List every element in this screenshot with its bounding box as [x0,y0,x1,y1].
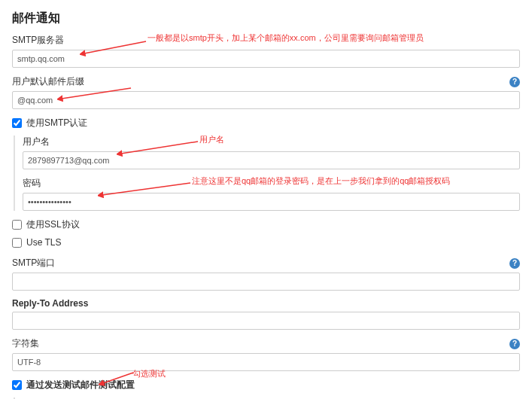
help-icon[interactable]: ? [509,339,520,349]
smtp-server-label: SMTP服务器 [12,34,64,47]
smtp-port-input[interactable] [12,273,520,291]
username-input[interactable] [23,151,520,169]
smtp-port-label: SMTP端口 [12,257,55,270]
test-config-checkbox[interactable] [12,380,22,390]
page-title: 邮件通知 [12,11,520,26]
default-suffix-label: 用户默认邮件后缀 [12,75,84,88]
help-icon[interactable]: ? [509,77,520,87]
username-label: 用户名 [23,136,50,148]
ssl-checkbox[interactable] [12,220,22,230]
charset-input[interactable] [12,353,520,371]
tls-checkbox[interactable] [12,238,22,248]
test-config-label: 通过发送测试邮件测试配置 [26,379,135,391]
smtp-auth-checkbox[interactable] [12,118,22,128]
charset-label: 字符集 [12,337,39,350]
help-icon[interactable]: ? [509,258,520,269]
smtp-auth-label: 使用SMTP认证 [26,117,87,129]
password-label: 密码 [23,177,41,190]
ssl-label: 使用SSL协议 [26,218,80,231]
reply-to-input[interactable] [12,312,520,330]
smtp-server-input[interactable] [12,50,520,68]
reply-to-label: Reply-To Address [12,298,88,309]
password-input[interactable] [23,193,520,211]
tls-label: Use TLS [26,237,61,248]
default-suffix-input[interactable] [12,91,520,109]
